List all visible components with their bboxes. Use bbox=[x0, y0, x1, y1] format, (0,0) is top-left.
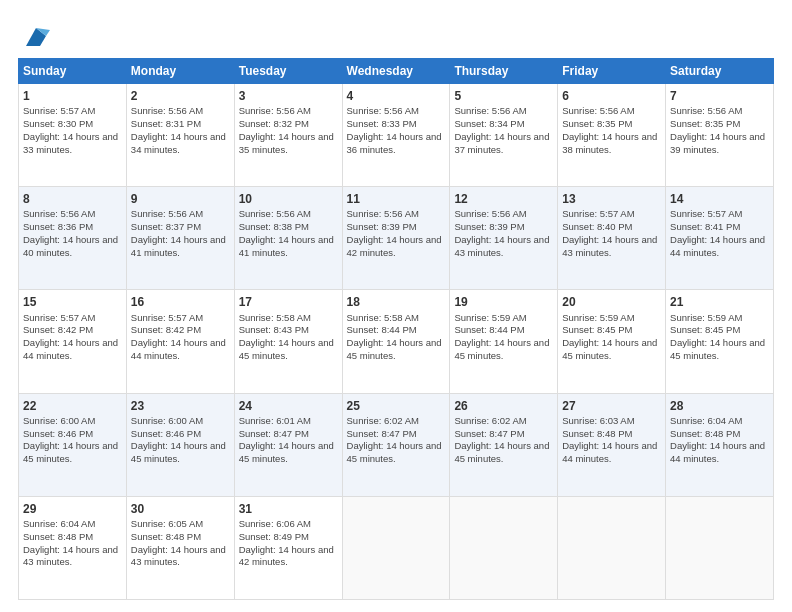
calendar-cell: 2Sunrise: 5:56 AMSunset: 8:31 PMDaylight… bbox=[126, 84, 234, 187]
day-number: 16 bbox=[131, 294, 230, 310]
day-number: 6 bbox=[562, 88, 661, 104]
day-number: 23 bbox=[131, 398, 230, 414]
calendar-row: 22Sunrise: 6:00 AMSunset: 8:46 PMDayligh… bbox=[19, 393, 774, 496]
calendar-cell: 20Sunrise: 5:59 AMSunset: 8:45 PMDayligh… bbox=[558, 290, 666, 393]
day-info: Sunrise: 5:58 AMSunset: 8:43 PMDaylight:… bbox=[239, 312, 338, 363]
day-info: Sunrise: 6:05 AMSunset: 8:48 PMDaylight:… bbox=[131, 518, 230, 569]
day-number: 2 bbox=[131, 88, 230, 104]
calendar-cell: 3Sunrise: 5:56 AMSunset: 8:32 PMDaylight… bbox=[234, 84, 342, 187]
calendar-cell: 18Sunrise: 5:58 AMSunset: 8:44 PMDayligh… bbox=[342, 290, 450, 393]
day-number: 26 bbox=[454, 398, 553, 414]
calendar-cell: 21Sunrise: 5:59 AMSunset: 8:45 PMDayligh… bbox=[666, 290, 774, 393]
calendar-cell: 15Sunrise: 5:57 AMSunset: 8:42 PMDayligh… bbox=[19, 290, 127, 393]
day-number: 30 bbox=[131, 501, 230, 517]
day-number: 18 bbox=[347, 294, 446, 310]
day-info: Sunrise: 6:04 AMSunset: 8:48 PMDaylight:… bbox=[23, 518, 122, 569]
day-info: Sunrise: 5:56 AMSunset: 8:38 PMDaylight:… bbox=[239, 208, 338, 259]
header-cell-tuesday: Tuesday bbox=[234, 59, 342, 84]
header-cell-friday: Friday bbox=[558, 59, 666, 84]
day-info: Sunrise: 6:01 AMSunset: 8:47 PMDaylight:… bbox=[239, 415, 338, 466]
header bbox=[18, 18, 774, 50]
calendar-cell: 31Sunrise: 6:06 AMSunset: 8:49 PMDayligh… bbox=[234, 496, 342, 599]
day-info: Sunrise: 6:02 AMSunset: 8:47 PMDaylight:… bbox=[454, 415, 553, 466]
day-number: 10 bbox=[239, 191, 338, 207]
day-info: Sunrise: 5:58 AMSunset: 8:44 PMDaylight:… bbox=[347, 312, 446, 363]
day-info: Sunrise: 5:56 AMSunset: 8:35 PMDaylight:… bbox=[670, 105, 769, 156]
calendar-cell: 16Sunrise: 5:57 AMSunset: 8:42 PMDayligh… bbox=[126, 290, 234, 393]
day-info: Sunrise: 6:00 AMSunset: 8:46 PMDaylight:… bbox=[23, 415, 122, 466]
day-info: Sunrise: 6:03 AMSunset: 8:48 PMDaylight:… bbox=[562, 415, 661, 466]
calendar-cell: 24Sunrise: 6:01 AMSunset: 8:47 PMDayligh… bbox=[234, 393, 342, 496]
day-number: 9 bbox=[131, 191, 230, 207]
day-number: 15 bbox=[23, 294, 122, 310]
page: SundayMondayTuesdayWednesdayThursdayFrid… bbox=[0, 0, 792, 612]
day-number: 13 bbox=[562, 191, 661, 207]
day-info: Sunrise: 5:57 AMSunset: 8:30 PMDaylight:… bbox=[23, 105, 122, 156]
day-info: Sunrise: 5:57 AMSunset: 8:41 PMDaylight:… bbox=[670, 208, 769, 259]
calendar-cell bbox=[450, 496, 558, 599]
calendar-cell bbox=[666, 496, 774, 599]
day-info: Sunrise: 6:06 AMSunset: 8:49 PMDaylight:… bbox=[239, 518, 338, 569]
calendar-cell: 30Sunrise: 6:05 AMSunset: 8:48 PMDayligh… bbox=[126, 496, 234, 599]
day-number: 11 bbox=[347, 191, 446, 207]
day-number: 22 bbox=[23, 398, 122, 414]
header-cell-wednesday: Wednesday bbox=[342, 59, 450, 84]
calendar-row: 1Sunrise: 5:57 AMSunset: 8:30 PMDaylight… bbox=[19, 84, 774, 187]
calendar-cell: 7Sunrise: 5:56 AMSunset: 8:35 PMDaylight… bbox=[666, 84, 774, 187]
calendar: SundayMondayTuesdayWednesdayThursdayFrid… bbox=[18, 58, 774, 600]
calendar-cell: 27Sunrise: 6:03 AMSunset: 8:48 PMDayligh… bbox=[558, 393, 666, 496]
day-info: Sunrise: 5:56 AMSunset: 8:33 PMDaylight:… bbox=[347, 105, 446, 156]
day-info: Sunrise: 5:56 AMSunset: 8:36 PMDaylight:… bbox=[23, 208, 122, 259]
day-info: Sunrise: 5:57 AMSunset: 8:40 PMDaylight:… bbox=[562, 208, 661, 259]
day-info: Sunrise: 5:56 AMSunset: 8:31 PMDaylight:… bbox=[131, 105, 230, 156]
header-cell-thursday: Thursday bbox=[450, 59, 558, 84]
calendar-cell: 26Sunrise: 6:02 AMSunset: 8:47 PMDayligh… bbox=[450, 393, 558, 496]
header-cell-sunday: Sunday bbox=[19, 59, 127, 84]
logo bbox=[18, 22, 50, 50]
day-number: 4 bbox=[347, 88, 446, 104]
day-number: 21 bbox=[670, 294, 769, 310]
calendar-cell bbox=[558, 496, 666, 599]
day-number: 12 bbox=[454, 191, 553, 207]
calendar-cell: 13Sunrise: 5:57 AMSunset: 8:40 PMDayligh… bbox=[558, 187, 666, 290]
calendar-header: SundayMondayTuesdayWednesdayThursdayFrid… bbox=[19, 59, 774, 84]
day-info: Sunrise: 5:59 AMSunset: 8:45 PMDaylight:… bbox=[670, 312, 769, 363]
header-row: SundayMondayTuesdayWednesdayThursdayFrid… bbox=[19, 59, 774, 84]
calendar-cell: 6Sunrise: 5:56 AMSunset: 8:35 PMDaylight… bbox=[558, 84, 666, 187]
calendar-cell bbox=[342, 496, 450, 599]
calendar-row: 15Sunrise: 5:57 AMSunset: 8:42 PMDayligh… bbox=[19, 290, 774, 393]
day-info: Sunrise: 5:56 AMSunset: 8:32 PMDaylight:… bbox=[239, 105, 338, 156]
calendar-cell: 25Sunrise: 6:02 AMSunset: 8:47 PMDayligh… bbox=[342, 393, 450, 496]
day-info: Sunrise: 5:56 AMSunset: 8:35 PMDaylight:… bbox=[562, 105, 661, 156]
day-number: 31 bbox=[239, 501, 338, 517]
calendar-cell: 14Sunrise: 5:57 AMSunset: 8:41 PMDayligh… bbox=[666, 187, 774, 290]
day-number: 20 bbox=[562, 294, 661, 310]
day-number: 3 bbox=[239, 88, 338, 104]
calendar-cell: 4Sunrise: 5:56 AMSunset: 8:33 PMDaylight… bbox=[342, 84, 450, 187]
calendar-cell: 10Sunrise: 5:56 AMSunset: 8:38 PMDayligh… bbox=[234, 187, 342, 290]
day-number: 14 bbox=[670, 191, 769, 207]
day-number: 28 bbox=[670, 398, 769, 414]
day-info: Sunrise: 6:02 AMSunset: 8:47 PMDaylight:… bbox=[347, 415, 446, 466]
calendar-cell: 22Sunrise: 6:00 AMSunset: 8:46 PMDayligh… bbox=[19, 393, 127, 496]
day-number: 8 bbox=[23, 191, 122, 207]
day-info: Sunrise: 5:56 AMSunset: 8:39 PMDaylight:… bbox=[347, 208, 446, 259]
day-info: Sunrise: 6:04 AMSunset: 8:48 PMDaylight:… bbox=[670, 415, 769, 466]
day-info: Sunrise: 5:56 AMSunset: 8:34 PMDaylight:… bbox=[454, 105, 553, 156]
calendar-cell: 19Sunrise: 5:59 AMSunset: 8:44 PMDayligh… bbox=[450, 290, 558, 393]
logo-icon bbox=[22, 22, 50, 50]
calendar-row: 29Sunrise: 6:04 AMSunset: 8:48 PMDayligh… bbox=[19, 496, 774, 599]
day-info: Sunrise: 5:56 AMSunset: 8:39 PMDaylight:… bbox=[454, 208, 553, 259]
day-info: Sunrise: 6:00 AMSunset: 8:46 PMDaylight:… bbox=[131, 415, 230, 466]
day-number: 17 bbox=[239, 294, 338, 310]
calendar-cell: 11Sunrise: 5:56 AMSunset: 8:39 PMDayligh… bbox=[342, 187, 450, 290]
calendar-cell: 12Sunrise: 5:56 AMSunset: 8:39 PMDayligh… bbox=[450, 187, 558, 290]
day-info: Sunrise: 5:57 AMSunset: 8:42 PMDaylight:… bbox=[23, 312, 122, 363]
day-info: Sunrise: 5:59 AMSunset: 8:44 PMDaylight:… bbox=[454, 312, 553, 363]
day-number: 27 bbox=[562, 398, 661, 414]
day-number: 1 bbox=[23, 88, 122, 104]
day-number: 25 bbox=[347, 398, 446, 414]
calendar-cell: 17Sunrise: 5:58 AMSunset: 8:43 PMDayligh… bbox=[234, 290, 342, 393]
day-number: 29 bbox=[23, 501, 122, 517]
calendar-cell: 5Sunrise: 5:56 AMSunset: 8:34 PMDaylight… bbox=[450, 84, 558, 187]
